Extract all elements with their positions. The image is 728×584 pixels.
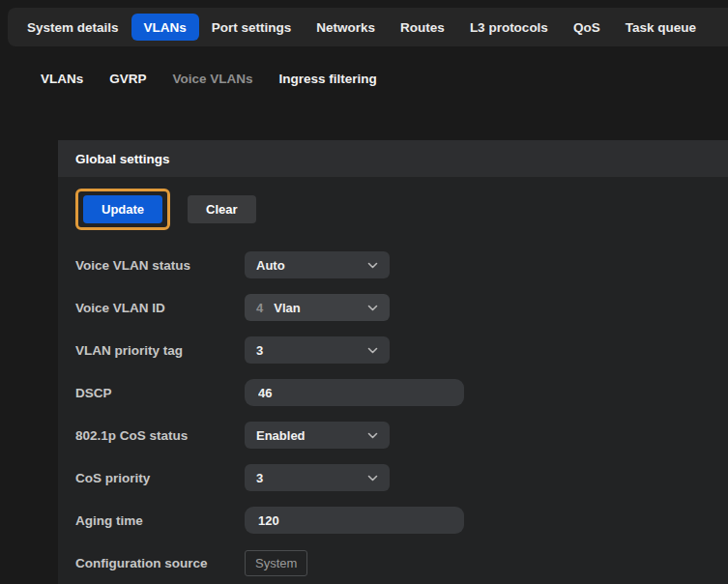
- chevron-down-icon: [367, 432, 378, 439]
- sub-nav: VLANs GVRP Voice VLANs Ingress filtering: [41, 72, 728, 86]
- configuration-source-value: System: [245, 550, 307, 576]
- select-prefix: 4: [256, 301, 263, 315]
- tab-networks[interactable]: Networks: [304, 14, 388, 41]
- global-settings-form: Voice VLAN status Auto Voice VLAN ID 4 V…: [75, 244, 717, 584]
- voice-vlans-page: System details VLANs Port settings Netwo…: [0, 8, 728, 584]
- tab-vlans[interactable]: VLANs: [131, 14, 199, 41]
- field-label: Configuration source: [75, 556, 245, 570]
- field-label: Aging time: [75, 513, 245, 528]
- card-title: Global settings: [58, 140, 728, 177]
- form-row-voice-vlan-status: Voice VLAN status Auto: [75, 244, 717, 286]
- chevron-down-icon: [367, 475, 378, 482]
- select-value: Auto: [256, 258, 285, 273]
- cos-priority-select[interactable]: 3: [245, 464, 390, 491]
- form-row-cos-status: 802.1p CoS status Enabled: [75, 414, 717, 456]
- subtab-ingress-filtering[interactable]: Ingress filtering: [279, 72, 377, 86]
- tab-port-settings[interactable]: Port settings: [199, 14, 305, 41]
- form-row-configuration-source: Configuration source System: [75, 541, 717, 584]
- chevron-down-icon: [367, 347, 378, 354]
- vlan-priority-tag-select[interactable]: 3: [245, 336, 390, 364]
- form-row-dscp: DSCP: [75, 371, 717, 414]
- field-label: 802.1p CoS status: [75, 428, 245, 443]
- subtab-voice-vlans[interactable]: Voice VLANs: [173, 72, 253, 86]
- form-row-aging-time: Aging time: [75, 499, 717, 541]
- select-value: Vlan: [274, 301, 300, 315]
- form-row-cos-priority: CoS priority 3: [75, 456, 717, 499]
- top-nav: System details VLANs Port settings Netwo…: [8, 8, 728, 46]
- field-label: Voice VLAN ID: [75, 301, 245, 315]
- field-label: DSCP: [75, 386, 245, 400]
- tab-l3-protocols[interactable]: L3 protocols: [457, 14, 561, 41]
- voice-vlan-id-select[interactable]: 4 Vlan: [245, 294, 390, 321]
- select-value: Enabled: [256, 428, 306, 443]
- voice-vlan-status-select[interactable]: Auto: [245, 251, 390, 278]
- dscp-input[interactable]: [245, 379, 464, 406]
- form-row-vlan-priority-tag: VLAN priority tag 3: [75, 329, 717, 371]
- button-row: Update Clear: [75, 189, 717, 230]
- card-body: Update Clear Voice VLAN status Auto Voic…: [58, 177, 728, 584]
- select-value: 3: [256, 343, 263, 358]
- chevron-down-icon: [367, 305, 378, 311]
- field-label: Voice VLAN status: [75, 258, 245, 273]
- chevron-down-icon: [367, 262, 378, 269]
- update-highlight-box: Update: [75, 189, 170, 230]
- subtab-vlans[interactable]: VLANs: [41, 72, 83, 86]
- tab-task-queue[interactable]: Task queue: [613, 14, 709, 41]
- field-label: VLAN priority tag: [75, 343, 245, 358]
- cos-status-select[interactable]: Enabled: [245, 422, 390, 449]
- aging-time-input[interactable]: [245, 507, 464, 534]
- clear-button[interactable]: Clear: [188, 195, 256, 223]
- select-value: 3: [256, 471, 263, 485]
- subtab-gvrp[interactable]: GVRP: [109, 72, 146, 86]
- tab-system-details[interactable]: System details: [15, 14, 131, 41]
- field-label: CoS priority: [75, 471, 245, 485]
- tab-routes[interactable]: Routes: [388, 14, 457, 41]
- update-button[interactable]: Update: [83, 195, 162, 223]
- tab-qos[interactable]: QoS: [561, 14, 613, 41]
- global-settings-card: Global settings Update Clear Voice VLAN …: [58, 140, 728, 584]
- form-row-voice-vlan-id: Voice VLAN ID 4 Vlan: [75, 286, 717, 329]
